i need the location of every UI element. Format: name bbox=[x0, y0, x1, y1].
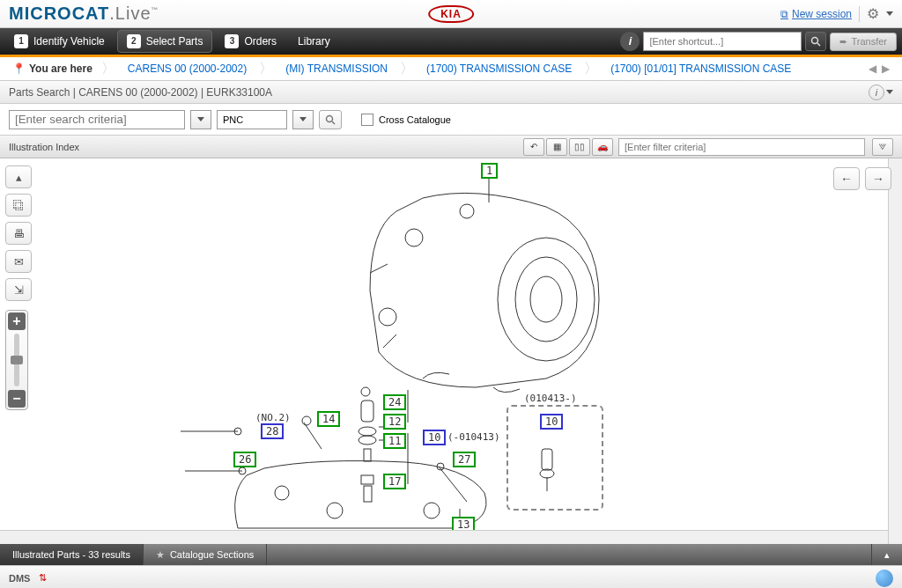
svg-point-8 bbox=[460, 204, 474, 218]
transfer-arrow-icon: ➨ bbox=[839, 36, 847, 48]
svg-point-2 bbox=[327, 115, 333, 121]
chevron-up-icon: ▴ bbox=[16, 171, 22, 184]
search-input[interactable] bbox=[9, 110, 185, 129]
tab-library[interactable]: Library bbox=[289, 32, 339, 51]
print-button[interactable]: 🖶 bbox=[5, 222, 32, 245]
callout-10-alt[interactable]: 10 bbox=[540, 414, 563, 430]
callout-12[interactable]: 12 bbox=[383, 414, 406, 430]
search-type-caret[interactable] bbox=[292, 110, 314, 129]
status-bar: DMS ⇅ bbox=[0, 565, 902, 588]
tab-catalogue-sections[interactable]: ★Catalogue Sections bbox=[144, 544, 267, 565]
svg-rect-32 bbox=[361, 475, 373, 484]
main-nav: 1Identify Vehicle 2Select Parts 3Orders … bbox=[0, 28, 902, 55]
search-type-select[interactable]: PNC bbox=[217, 110, 287, 129]
export-button[interactable]: ⇲ bbox=[5, 278, 32, 301]
svg-point-6 bbox=[530, 276, 562, 322]
copy-icon: ⿻ bbox=[13, 199, 25, 212]
vertical-scrollbar[interactable] bbox=[888, 158, 902, 544]
tab-orders[interactable]: 3Orders bbox=[216, 31, 285, 52]
illustration-index-bar: Illustration Index ↶ ▦ ▯▯ 🚗 ⩔ bbox=[0, 136, 902, 158]
gear-dropdown-caret[interactable] bbox=[886, 11, 893, 16]
callout-1[interactable]: 1 bbox=[481, 163, 498, 179]
search-icon bbox=[325, 114, 336, 125]
expand-panel-button[interactable]: ▴ bbox=[871, 544, 902, 565]
breadcrumb-here: 📍 You are here bbox=[4, 62, 101, 75]
svg-point-30 bbox=[359, 436, 376, 445]
label-no2: (NO.2) bbox=[255, 412, 291, 423]
breadcrumb-next-icon[interactable]: ▶ bbox=[882, 62, 890, 75]
svg-point-27 bbox=[361, 387, 370, 396]
next-page-button[interactable]: → bbox=[865, 167, 891, 190]
shortcut-search-button[interactable] bbox=[805, 32, 826, 51]
prev-page-button[interactable]: ← bbox=[833, 167, 860, 190]
tab-identify-vehicle[interactable]: 1Identify Vehicle bbox=[5, 31, 114, 52]
breadcrumb-item-section[interactable]: (1700) [01/01] TRANSMISSION CASE bbox=[598, 62, 803, 75]
cross-catalogue-checkbox[interactable] bbox=[361, 114, 373, 126]
svg-rect-31 bbox=[364, 449, 371, 461]
car-icon: 🚗 bbox=[597, 142, 608, 151]
tab-select-parts[interactable]: 2Select Parts bbox=[117, 30, 213, 53]
vehicle-tool-button[interactable]: 🚗 bbox=[592, 138, 613, 156]
globe-icon[interactable] bbox=[876, 570, 893, 587]
horizontal-scrollbar[interactable] bbox=[0, 530, 888, 544]
parts-diagram[interactable]: 1 10 10 11 12 24 14 17 13 26 27 28 (NO.2… bbox=[53, 158, 884, 544]
bottom-tabs: Illustrated Parts - 33 results ★Catalogu… bbox=[0, 544, 902, 565]
shortcut-input[interactable] bbox=[643, 32, 802, 51]
filter-dropdown-button[interactable]: ⩔ bbox=[872, 138, 893, 156]
zoom-in-button[interactable]: + bbox=[8, 312, 26, 330]
callout-14[interactable]: 14 bbox=[317, 411, 340, 427]
grid-icon: ▦ bbox=[553, 142, 561, 151]
filter-input[interactable] bbox=[618, 138, 865, 156]
parts-search-title: Parts Search | CARENS 00 (2000-2002) | E… bbox=[9, 86, 272, 99]
columns-tool-button[interactable]: ▯▯ bbox=[569, 138, 590, 156]
label-date-from: (010413-) bbox=[524, 393, 577, 404]
info-caret[interactable] bbox=[886, 90, 893, 94]
breadcrumb-item-group[interactable]: (MI) TRANSMISSION bbox=[273, 62, 400, 75]
page-nav: ← → bbox=[833, 167, 891, 190]
svg-point-0 bbox=[812, 38, 818, 44]
svg-rect-28 bbox=[361, 401, 373, 422]
svg-point-18 bbox=[275, 486, 289, 500]
svg-line-3 bbox=[332, 121, 335, 124]
callout-26[interactable]: 26 bbox=[233, 452, 256, 467]
breadcrumb-prev-icon[interactable]: ◀ bbox=[869, 62, 876, 75]
svg-rect-33 bbox=[364, 486, 372, 502]
callout-17[interactable]: 17 bbox=[383, 474, 406, 489]
info-dropdown-icon[interactable]: i bbox=[869, 85, 884, 100]
back-tool-button[interactable]: ↶ bbox=[523, 138, 544, 156]
svg-line-10 bbox=[370, 264, 388, 273]
app-header: MICROCAT.Live™ KIA ⧉ New session ⚙ bbox=[0, 0, 902, 28]
callout-28[interactable]: 28 bbox=[261, 423, 284, 439]
svg-point-35 bbox=[302, 416, 311, 425]
tab-illustrated-parts[interactable]: Illustrated Parts - 33 results bbox=[0, 544, 144, 565]
gear-icon[interactable]: ⚙ bbox=[867, 5, 879, 22]
callout-11[interactable]: 11 bbox=[383, 433, 406, 449]
zoom-slider[interactable] bbox=[14, 334, 19, 386]
arrow-left-icon: ← bbox=[840, 172, 853, 186]
search-button[interactable] bbox=[319, 110, 342, 129]
search-icon bbox=[810, 36, 821, 47]
callout-24[interactable]: 24 bbox=[383, 394, 406, 410]
email-button[interactable]: ✉ bbox=[5, 250, 32, 273]
svg-line-25 bbox=[439, 467, 467, 502]
email-icon: ✉ bbox=[14, 255, 24, 268]
callout-27[interactable]: 27 bbox=[453, 452, 476, 467]
new-session-link[interactable]: ⧉ New session bbox=[780, 8, 852, 20]
svg-point-19 bbox=[327, 503, 343, 518]
arrow-right-icon: → bbox=[872, 172, 884, 186]
transfer-button[interactable]: ➨Transfer bbox=[830, 33, 897, 51]
zoom-handle[interactable] bbox=[11, 356, 23, 364]
connector-icon[interactable]: ⇅ bbox=[39, 572, 47, 584]
expand-up-button[interactable]: ▴ bbox=[5, 165, 32, 188]
copy-button[interactable]: ⿻ bbox=[5, 194, 32, 217]
info-icon[interactable]: i bbox=[620, 32, 640, 51]
zoom-out-button[interactable]: − bbox=[8, 390, 26, 408]
search-dropdown-button[interactable] bbox=[190, 110, 211, 129]
callout-10[interactable]: 10 bbox=[423, 430, 446, 445]
label-date-until: (-010413) bbox=[447, 431, 500, 443]
cross-catalogue-label: Cross Catalogue bbox=[379, 114, 451, 125]
transmission-illustration bbox=[53, 158, 881, 537]
grid-tool-button[interactable]: ▦ bbox=[546, 138, 567, 156]
breadcrumb-item-subgroup[interactable]: (1700) TRANSMISSION CASE bbox=[414, 62, 584, 75]
breadcrumb-item-vehicle[interactable]: CARENS 00 (2000-2002) bbox=[115, 62, 259, 75]
